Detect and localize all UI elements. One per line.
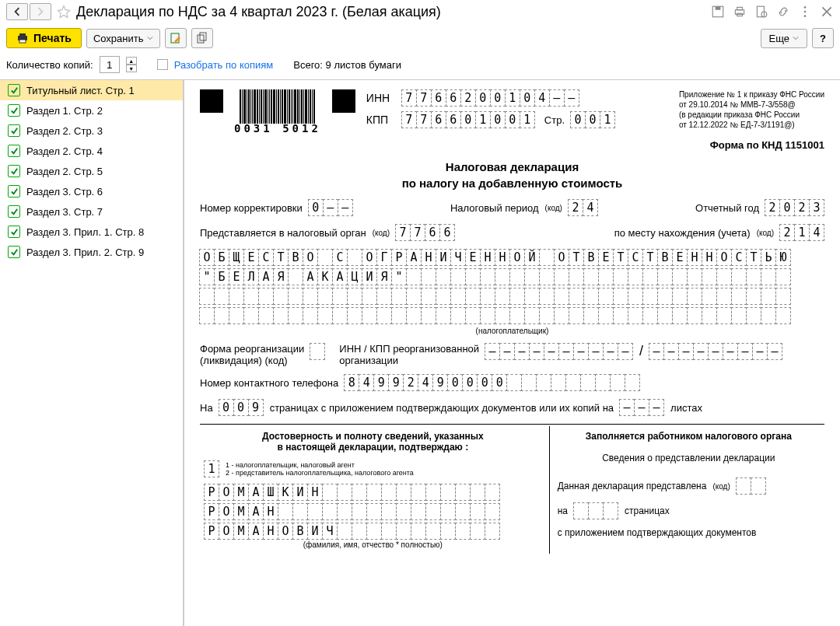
- location-label: по месту нахождения (учета): [614, 227, 751, 239]
- kpp-label: КПП: [366, 114, 396, 126]
- pages-field: 009: [219, 399, 264, 416]
- sidebar-item[interactable]: Раздел 3. Прил. 1. Стр. 8: [0, 222, 183, 242]
- barcode-number: 0031 5012: [234, 122, 321, 135]
- split-label[interactable]: Разобрать по копиям: [174, 59, 274, 71]
- doc-title: Налоговая декларация по налогу на добавл…: [200, 159, 824, 191]
- link-icon[interactable]: [776, 5, 790, 19]
- svg-rect-11: [19, 33, 26, 36]
- svg-rect-12: [19, 40, 26, 43]
- sidebar-item[interactable]: Раздел 2. Стр. 5: [0, 161, 183, 181]
- period-field: 24: [569, 199, 598, 216]
- marker-square: [200, 89, 223, 113]
- authority-label: Представляется в налоговый орган: [200, 227, 366, 239]
- forward-button[interactable]: [30, 3, 51, 20]
- location-field: 214: [780, 224, 824, 241]
- sidebar-item[interactable]: Раздел 2. Стр. 3: [0, 121, 183, 141]
- svg-point-9: [804, 15, 807, 17]
- svg-point-7: [804, 6, 807, 9]
- more-button[interactable]: Еще: [761, 29, 807, 48]
- edit-icon-button[interactable]: [165, 28, 187, 48]
- total-sheets: Всего: 9 листов бумаги: [293, 59, 401, 71]
- check-icon: [8, 84, 20, 96]
- sidebar-item-label: Раздел 3. Прил. 2. Стр. 9: [26, 247, 144, 258]
- copy-icon-button[interactable]: [191, 28, 213, 48]
- toolbar: Печать Сохранить Еще ?: [0, 23, 840, 56]
- confirm-section: Достоверность и полноту сведений, указан…: [200, 426, 550, 554]
- favorite-star-icon[interactable]: [56, 4, 72, 19]
- copies-row: Количество копий: ▲▼ Разобрать по копиям…: [0, 56, 840, 79]
- form-content: 0031 5012 ИНН 7766200104–– КПП 776601001…: [184, 80, 840, 626]
- print-button[interactable]: Печать: [6, 28, 82, 48]
- back-button[interactable]: [6, 3, 28, 20]
- copies-label: Количество копий:: [6, 59, 93, 71]
- copies-spinner[interactable]: ▲▼: [126, 57, 137, 72]
- chevron-down-icon: [147, 35, 153, 41]
- phone-label: Номер контактного телефона: [200, 377, 338, 389]
- authority-section: Заполняется работником налогового органа…: [550, 426, 824, 554]
- sidebar-item-label: Раздел 3. Прил. 1. Стр. 8: [26, 226, 144, 238]
- check-icon: [8, 246, 20, 258]
- menu-dots-icon[interactable]: [798, 5, 812, 19]
- inn-field: 7766200104––: [402, 89, 579, 107]
- sidebar-item-label: Раздел 2. Стр. 4: [26, 145, 103, 157]
- inn-label: ИНН: [366, 92, 396, 104]
- titlebar: Декларация по НДС за 4 квартал 2023 г. (…: [0, 0, 840, 23]
- period-label: Налоговый период: [450, 202, 539, 214]
- authority-field: 7766: [396, 224, 455, 241]
- help-button[interactable]: ?: [812, 28, 834, 48]
- sidebar-item[interactable]: Раздел 3. Прил. 2. Стр. 9: [0, 242, 183, 262]
- check-icon: [8, 205, 20, 218]
- sidebar-item[interactable]: Титульный лист. Стр. 1: [0, 80, 183, 100]
- sidebar-item-label: Титульный лист. Стр. 1: [26, 85, 135, 96]
- check-icon: [8, 145, 20, 157]
- year-label: Отчетный год: [695, 202, 759, 214]
- svg-point-8: [804, 11, 807, 13]
- phone-field: 84992490000: [345, 374, 640, 391]
- save-dropdown[interactable]: Сохранить: [86, 29, 160, 48]
- reorg-kpp-field: –––––––––: [649, 343, 782, 360]
- sidebar-item[interactable]: Раздел 3. Стр. 6: [0, 181, 183, 201]
- check-icon: [8, 165, 20, 177]
- sidebar: Титульный лист. Стр. 1Раздел 1. Стр. 2Ра…: [0, 80, 184, 626]
- page-label: Стр.: [544, 114, 565, 126]
- svg-rect-3: [737, 7, 743, 9]
- knd-code: Форма по КНД 1151001: [200, 139, 824, 151]
- year-field: 2023: [765, 199, 824, 216]
- sidebar-item-label: Раздел 3. Стр. 7: [26, 206, 103, 218]
- sidebar-item-label: Раздел 2. Стр. 3: [26, 125, 103, 137]
- check-icon: [8, 226, 20, 238]
- kpp-field: 776601001: [402, 111, 535, 128]
- split-checkbox[interactable]: [157, 59, 168, 70]
- barcode: 0031 5012: [234, 89, 321, 135]
- preview-icon[interactable]: [754, 5, 768, 19]
- check-icon: [8, 124, 20, 137]
- close-icon[interactable]: [820, 5, 834, 19]
- svg-rect-1: [716, 6, 721, 10]
- sidebar-item-label: Раздел 3. Стр. 6: [26, 186, 103, 198]
- print-icon[interactable]: [733, 5, 747, 19]
- svg-rect-14: [198, 35, 204, 43]
- sidebar-item[interactable]: Раздел 1. Стр. 2: [0, 100, 183, 121]
- sidebar-item[interactable]: Раздел 2. Стр. 4: [0, 141, 183, 161]
- reorg-code-field: [310, 343, 325, 360]
- sidebar-item[interactable]: Раздел 3. Стр. 7: [0, 201, 183, 222]
- sidebar-item-label: Раздел 1. Стр. 2: [26, 105, 103, 117]
- chevron-down-icon: [793, 35, 799, 41]
- reorg-inn-field: ––––––––––: [485, 343, 633, 360]
- corr-label: Номер корректировки: [200, 202, 303, 214]
- save-icon[interactable]: [711, 5, 725, 19]
- copies-input[interactable]: [100, 56, 120, 73]
- attach-field: –––: [620, 399, 664, 416]
- svg-rect-15: [200, 33, 206, 40]
- page-field: 001: [571, 111, 615, 128]
- appendix-note: Приложение № 1 к приказу ФНС Россииот 29…: [679, 89, 824, 130]
- main-area: Титульный лист. Стр. 1Раздел 1. Стр. 2Ра…: [0, 79, 840, 626]
- sidebar-item-label: Раздел 2. Стр. 5: [26, 166, 103, 177]
- marker-square: [332, 89, 355, 113]
- window-title: Декларация по НДС за 4 квартал 2023 г. (…: [76, 4, 711, 20]
- check-icon: [8, 185, 20, 198]
- check-icon: [8, 104, 20, 117]
- corr-field: 0––: [309, 199, 353, 216]
- org-name-block: ОБЩЕСТВО С ОГРАНИЧЕННОЙ ОТВЕТСТВЕННОСТЬЮ…: [200, 249, 824, 335]
